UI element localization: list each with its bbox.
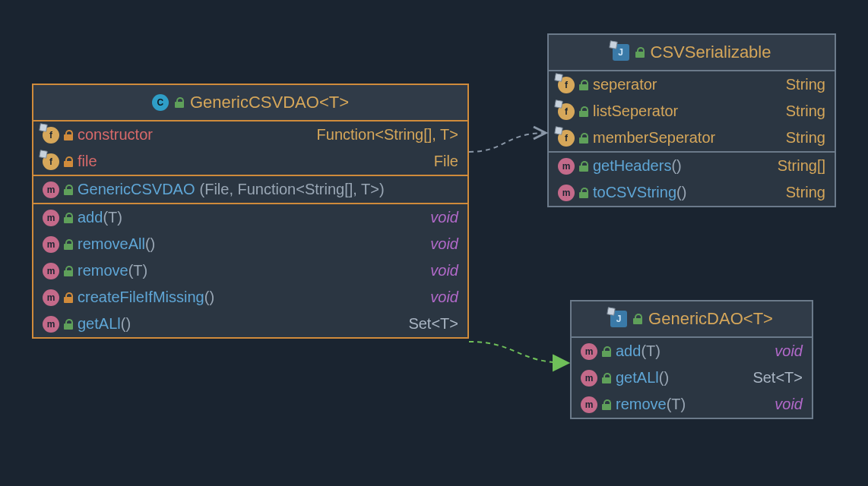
method-params: (T): [103, 209, 122, 226]
field-icon: f: [558, 77, 575, 93]
field-icon: f: [558, 103, 575, 120]
method-params: (): [204, 289, 214, 305]
method-row: m getALl() Set<T>: [33, 311, 467, 337]
field-type: String: [786, 103, 825, 120]
class-header: J GenericDAO<T>: [572, 301, 812, 338]
field-type: File: [434, 153, 458, 170]
constructor-params: (File, Function<String[], T>): [200, 181, 385, 198]
field-row: f file File: [33, 148, 467, 175]
method-name: createFileIfMissing: [78, 289, 204, 305]
method-return: void: [775, 342, 803, 360]
method-icon: m: [43, 181, 59, 198]
class-generic-csv-dao: C GenericCSVDAO<T> f constructor Functio…: [32, 84, 469, 339]
lock-icon: [633, 314, 642, 324]
method-icon: m: [558, 185, 575, 201]
implements-arrow: [469, 342, 569, 363]
field-name: memberSeperator: [593, 129, 715, 147]
class-title: GenericDAO<T>: [648, 309, 773, 329]
method-return: void: [430, 209, 458, 226]
field-icon: f: [43, 153, 59, 170]
class-header: J CSVSerializable: [549, 35, 835, 71]
method-return: Set<T>: [408, 315, 458, 333]
field-icon: f: [558, 130, 575, 147]
lock-icon: [64, 130, 73, 140]
method-params: (): [121, 315, 131, 332]
method-row: m getHeaders() String[]: [549, 153, 835, 179]
lock-icon: [602, 399, 611, 410]
interface-generic-dao: J GenericDAO<T> m add(T) void m getALl()…: [570, 300, 813, 419]
lock-icon: [635, 47, 645, 58]
method-icon: m: [581, 370, 597, 387]
method-params: (): [659, 369, 669, 386]
method-return: Set<T>: [752, 369, 803, 387]
field-row: f seperator String: [549, 71, 835, 98]
method-row: m add(T) void: [572, 338, 812, 364]
interface-csv-serializable: J CSVSerializable f seperator String f l…: [547, 33, 836, 207]
lock-icon: [64, 319, 73, 330]
lock-icon: [64, 156, 73, 167]
method-name: getALl: [616, 369, 659, 386]
method-icon: m: [558, 158, 575, 175]
method-params: (): [671, 157, 681, 174]
method-name: remove: [78, 262, 128, 279]
lock-icon: [64, 292, 73, 303]
method-row: m createFileIfMissing() void: [33, 284, 467, 311]
lock-icon: [579, 106, 588, 117]
lock-icon: [64, 266, 73, 276]
interface-icon: J: [613, 44, 629, 61]
method-name: add: [616, 342, 641, 359]
dependency-arrow: [469, 133, 546, 152]
method-name: remove: [616, 396, 667, 412]
lock-icon: [175, 97, 184, 108]
lock-icon: [602, 373, 611, 383]
method-return: void: [430, 289, 458, 306]
method-params: (T): [128, 262, 148, 279]
field-type: Function<String[], T>: [317, 126, 458, 144]
class-title: GenericCSVDAO<T>: [190, 93, 349, 112]
method-params: (T): [667, 396, 686, 412]
method-row: m toCSVString() String: [549, 179, 835, 206]
method-name: removeAll: [78, 235, 145, 252]
method-params: (): [145, 235, 155, 252]
method-return: void: [430, 262, 458, 279]
field-row: f listSeperator String: [549, 98, 835, 125]
field-type: String: [786, 129, 825, 147]
lock-icon: [579, 80, 588, 90]
field-name: seperator: [593, 76, 657, 93]
method-row: m remove(T) void: [33, 257, 467, 284]
method-return: String[]: [778, 157, 825, 175]
method-icon: m: [43, 236, 59, 253]
method-row: m getALl() Set<T>: [572, 364, 812, 391]
field-row: f constructor Function<String[], T>: [33, 122, 467, 148]
constructor-row: m GenericCSVDAO (File, Function<String[]…: [33, 176, 467, 203]
lock-icon: [579, 133, 588, 144]
method-name: add: [78, 209, 103, 226]
constructor-name: GenericCSVDAO: [78, 181, 195, 198]
lock-icon: [64, 213, 73, 223]
class-title: CSVSerializable: [651, 43, 771, 62]
method-name: getHeaders: [593, 157, 671, 174]
method-icon: m: [43, 289, 59, 306]
field-name: constructor: [78, 126, 153, 144]
method-icon: m: [43, 263, 59, 279]
method-name: toCSVString: [593, 184, 676, 200]
class-icon: C: [152, 94, 169, 111]
method-return: void: [430, 235, 458, 253]
lock-icon: [64, 185, 73, 195]
method-return: String: [786, 184, 825, 201]
method-icon: m: [43, 210, 59, 226]
method-return: void: [775, 396, 803, 413]
lock-icon: [579, 161, 588, 172]
field-name: listSeperator: [593, 103, 678, 120]
field-name: file: [78, 153, 97, 170]
interface-icon: J: [610, 311, 627, 327]
method-params: (T): [641, 342, 661, 359]
field-type: String: [786, 76, 825, 93]
field-row: f memberSeperator String: [549, 125, 835, 151]
method-icon: m: [581, 343, 597, 360]
method-icon: m: [43, 316, 59, 333]
lock-icon: [64, 239, 73, 250]
method-icon: m: [581, 396, 597, 413]
lock-icon: [579, 188, 588, 198]
method-row: m add(T) void: [33, 204, 467, 231]
